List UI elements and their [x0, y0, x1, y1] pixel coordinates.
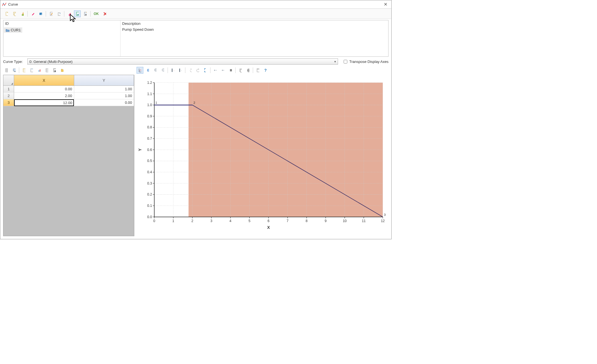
chart-redo-icon[interactable]: [194, 67, 201, 74]
column-header-y[interactable]: Y: [74, 75, 134, 86]
transpose-label: Transpose Display Axes: [349, 60, 389, 64]
id-item[interactable]: CUR1: [4, 27, 22, 33]
svg-text:1.1: 1.1: [147, 92, 152, 96]
grid-open-folder-icon[interactable]: [59, 67, 65, 74]
separator-icon: [19, 67, 19, 73]
save-as-icon[interactable]: [82, 10, 89, 17]
chart-line-icon[interactable]: [137, 67, 143, 74]
svg-text:0.5: 0.5: [147, 159, 152, 163]
svg-text:0.4: 0.4: [147, 170, 152, 174]
svg-text:9: 9: [325, 219, 327, 223]
grid-table-c-icon[interactable]: [43, 67, 50, 74]
svg-text:0.7: 0.7: [147, 137, 152, 141]
transpose-checkbox-input[interactable]: [344, 60, 347, 63]
cancel-x-icon[interactable]: [101, 10, 108, 17]
svg-text:1.0: 1.0: [147, 103, 152, 107]
grid-sheet-icon[interactable]: [3, 67, 10, 74]
separator-icon: [27, 11, 28, 17]
svg-rect-32: [46, 69, 48, 72]
svg-rect-36: [54, 71, 56, 72]
description-column: Description Pump Speed Down: [120, 20, 388, 56]
new-icon[interactable]: [3, 10, 10, 17]
svg-text:5: 5: [249, 219, 251, 223]
chart-fullscreen-icon[interactable]: [202, 67, 209, 74]
svg-text:2: 2: [191, 219, 193, 223]
grid-chart-icon[interactable]: [36, 67, 43, 74]
cell-y[interactable]: 1.00: [74, 86, 134, 93]
svg-rect-29: [39, 70, 39, 72]
svg-text:0.0: 0.0: [147, 215, 152, 219]
separator-icon: [185, 67, 185, 73]
table-row[interactable]: 312.000.00: [3, 99, 134, 106]
cell-x[interactable]: 2.00: [14, 93, 74, 99]
description-value: Pump Speed Down: [120, 27, 388, 32]
svg-point-5: [22, 14, 24, 16]
ok-button[interactable]: OK: [92, 10, 100, 17]
svg-text:7: 7: [287, 219, 289, 223]
svg-rect-57: [240, 69, 242, 72]
svg-rect-14: [77, 14, 79, 15]
save-icon[interactable]: [74, 10, 81, 17]
svg-text:X: X: [267, 225, 270, 230]
transpose-checkbox[interactable]: Transpose Display Axes: [343, 59, 389, 64]
svg-rect-16: [85, 14, 87, 15]
chart-window-icon[interactable]: [254, 67, 261, 74]
cell-x[interactable]: 0.00: [14, 86, 74, 93]
id-badge-icon[interactable]: ID: [37, 10, 44, 17]
cell-y[interactable]: 0.00: [74, 99, 134, 106]
svg-text:1: 1: [155, 101, 157, 104]
curve-app-icon: [2, 2, 6, 7]
eraser-icon[interactable]: [66, 10, 73, 17]
chart-globe-icon[interactable]: [144, 67, 151, 74]
cell-y[interactable]: 1.00: [74, 93, 134, 99]
svg-rect-11: [58, 13, 60, 16]
row-number[interactable]: 2: [3, 93, 14, 99]
svg-rect-61: [257, 69, 259, 72]
column-header-x[interactable]: X: [14, 75, 74, 86]
cell-x[interactable]: 12.00: [14, 99, 74, 106]
table-row[interactable]: 10.001.00: [3, 86, 134, 93]
titlebar: Curve ✕: [0, 0, 391, 9]
edit-note-icon[interactable]: [48, 10, 54, 17]
grid-corner[interactable]: [3, 75, 14, 86]
chart-panel[interactable]: 01234567891011120.00.10.20.30.40.50.60.7…: [137, 75, 389, 236]
svg-text:ID: ID: [41, 13, 42, 15]
chart-print-icon[interactable]: [245, 67, 251, 74]
chart-help-icon[interactable]: ?: [262, 67, 269, 74]
svg-line-6: [32, 13, 34, 15]
separator-icon: [90, 11, 91, 17]
separator-icon: [210, 67, 210, 73]
chart-undo-icon[interactable]: [187, 67, 194, 74]
copy-icon[interactable]: [11, 10, 18, 17]
curve-window: Curve ✕ ID OK ID CUR1: [0, 0, 392, 239]
curve-type-combo[interactable]: 0: General (Multi-Purpose): [27, 58, 338, 65]
grid-monitor-icon[interactable]: [11, 67, 17, 74]
grid-save-icon[interactable]: [51, 67, 58, 74]
external-open-icon[interactable]: [56, 10, 62, 17]
row-number[interactable]: 1: [3, 86, 14, 93]
svg-rect-30: [40, 69, 40, 72]
grid-table-b-icon[interactable]: [28, 67, 35, 74]
row-number[interactable]: 3: [3, 99, 14, 106]
chart-copy-icon[interactable]: [237, 67, 244, 74]
window-close-button[interactable]: ✕: [381, 2, 390, 7]
description-header: Description: [120, 20, 388, 27]
chart-stop-icon[interactable]: [227, 67, 234, 74]
id-description-panel: ID CUR1 Description Pump Speed Down: [3, 20, 389, 57]
chart-zoom-out-icon[interactable]: [159, 67, 166, 74]
chart-axis-b-icon[interactable]: a: [177, 67, 184, 74]
import-icon[interactable]: [19, 10, 26, 17]
chart-harrow-out-icon[interactable]: [212, 67, 219, 74]
chart-zoom-in-icon[interactable]: [152, 67, 159, 74]
svg-text:Y: Y: [138, 148, 142, 151]
data-grid[interactable]: X Y 10.001.0022.001.00312.000.00: [3, 75, 134, 236]
chart-toolbar: a a ?: [137, 67, 389, 74]
svg-text:0.9: 0.9: [147, 114, 152, 118]
grid-table-a-icon[interactable]: [21, 67, 27, 74]
table-row[interactable]: 22.001.00: [3, 93, 134, 99]
svg-point-0: [3, 3, 4, 4]
chart-harrow-in-icon[interactable]: [220, 67, 226, 74]
svg-point-1: [4, 5, 5, 6]
wand-icon[interactable]: [29, 10, 36, 17]
chart-axis-a-icon[interactable]: a: [169, 67, 176, 74]
